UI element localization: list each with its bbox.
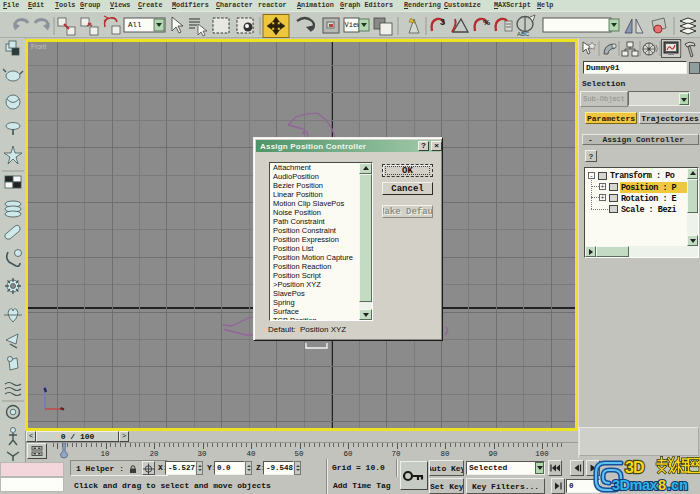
svg-text:%: % (483, 18, 490, 27)
svg-text:.cn: .cn (667, 477, 688, 493)
svg-text:8: 8 (658, 477, 666, 493)
svg-text:All: All (128, 21, 142, 29)
svg-text:3: 3 (440, 17, 445, 27)
svg-text:3Dmax: 3Dmax (612, 477, 657, 493)
svg-text:ABC: ABC (517, 31, 530, 37)
svg-text:3D: 3D (625, 459, 644, 476)
